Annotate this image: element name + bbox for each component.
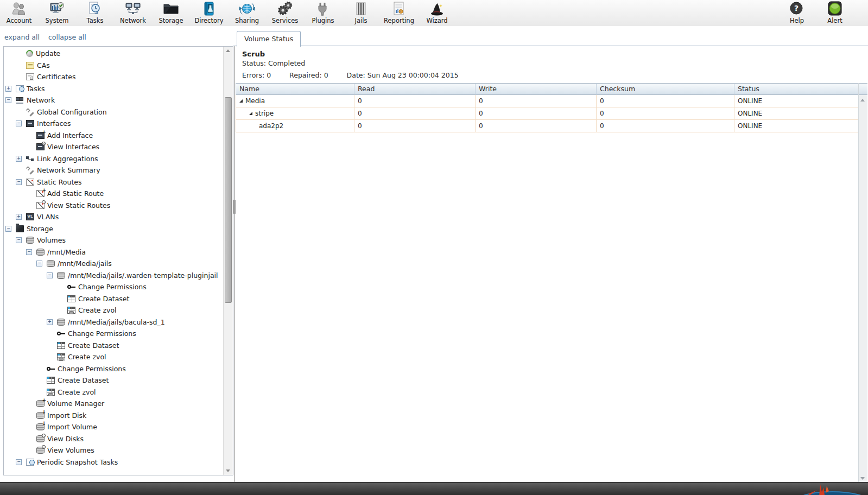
sidebar-item-add-static-route[interactable]: +Add Static Route: [4, 188, 233, 200]
sidebar-item-import-disk[interactable]: ↓Import Disk: [4, 410, 233, 422]
column-header-status[interactable]: Status: [734, 83, 859, 95]
sidebar-item-view-volumes[interactable]: View Volumes: [4, 445, 233, 456]
toolbar-item-network[interactable]: Network: [114, 0, 152, 24]
scroll-down-icon[interactable]: [226, 469, 230, 472]
collapse-icon[interactable]: −: [36, 261, 42, 266]
toolbar-item-help[interactable]: ?Help: [778, 0, 816, 24]
grid-scroll-up-icon[interactable]: [860, 99, 865, 101]
row-expander-icon[interactable]: [249, 112, 252, 115]
column-header-read[interactable]: Read: [354, 83, 476, 95]
expand-icon[interactable]: +: [5, 86, 11, 92]
sidebar-item-storage[interactable]: −Storage: [4, 223, 233, 235]
sidebar-item-change-permissions[interactable]: Change Permissions: [4, 328, 233, 340]
toolbar-item-sharing[interactable]: Sharing: [228, 0, 266, 24]
sidebar-item-interfaces[interactable]: −Interfaces: [4, 118, 233, 130]
expand-icon[interactable]: +: [47, 319, 53, 325]
sidebar-item-label: Change Permissions: [58, 365, 126, 373]
toolbar-item-wizard[interactable]: Wizard: [418, 0, 456, 24]
toolbar-item-jails[interactable]: Jails: [342, 0, 380, 24]
sidebar-item-periodic-snapshot-tasks[interactable]: −Periodic Snapshot Tasks: [4, 456, 233, 468]
sidebar-item-volumes[interactable]: −Volumes: [4, 234, 233, 246]
collapse-icon[interactable]: −: [26, 249, 32, 255]
sidebar-item-create-dataset[interactable]: Create Dataset: [4, 340, 233, 352]
volume-icon: [57, 272, 65, 279]
expando-spacer: [47, 342, 53, 348]
add-badge-icon: +: [42, 398, 46, 403]
toolbar-item-plugins[interactable]: Plugins: [304, 0, 342, 24]
sidebar-item-import-volume[interactable]: ↓Import Volume: [4, 421, 233, 433]
collapse-icon[interactable]: −: [16, 179, 22, 185]
toolbar-item-tasks[interactable]: Tasks: [76, 0, 114, 24]
expando-spacer: [36, 366, 42, 372]
scrub-repaired: Repaired: 0: [289, 71, 328, 79]
sidebar-item-create-dataset[interactable]: Create Dataset: [4, 375, 233, 386]
sidebar-item-update[interactable]: Update: [4, 48, 233, 60]
sidebar-item-create-zvol[interactable]: Create zvol: [4, 386, 233, 398]
scroll-up-icon[interactable]: [226, 49, 230, 52]
sidebar-item-mnt-media-jails-warden-template-pluginjail[interactable]: −/mnt/Media/jails/.warden-template-plugi…: [4, 270, 233, 282]
sidebar-item-create-dataset[interactable]: Create Dataset: [4, 293, 233, 305]
sidebar-item-view-interfaces[interactable]: View Interfaces: [4, 141, 233, 153]
sidebar-item-static-routes[interactable]: −Static Routes: [4, 176, 233, 188]
sidebar-item-volume-manager[interactable]: +Volume Manager: [4, 398, 233, 410]
grid-scrollbar[interactable]: [858, 83, 867, 483]
collapse-icon[interactable]: −: [16, 459, 22, 465]
sidebar-item-certificates[interactable]: Certificates: [4, 71, 233, 83]
volume-import-icon: ↓: [36, 412, 45, 419]
sidebar-item-global-configuration[interactable]: Global Configuration: [4, 106, 233, 118]
collapse-all-link[interactable]: collapse all: [48, 33, 86, 41]
sidebar-item-mnt-media-jails-bacula-sd-1[interactable]: +/mnt/Media/jails/bacula-sd_1: [4, 316, 233, 328]
sharing-icon: [239, 1, 255, 17]
sidebar-scrollbar[interactable]: [223, 47, 233, 475]
collapse-icon[interactable]: −: [16, 120, 22, 126]
account-icon: [11, 1, 27, 17]
expand-all-link[interactable]: expand all: [4, 33, 40, 41]
tab-volume-status[interactable]: Volume Status: [237, 31, 301, 47]
scrub-summary: Scrub Status: Completed Errors: 0 Repair…: [236, 46, 868, 79]
sidebar-item-mnt-media-jails[interactable]: −/mnt/Media/jails: [4, 258, 233, 270]
sidebar-item-create-zvol[interactable]: Create zvol: [4, 351, 233, 363]
sidebar-item-view-disks[interactable]: View Disks: [4, 433, 233, 445]
toolbar-item-account[interactable]: Account: [0, 0, 38, 24]
column-header-write[interactable]: Write: [476, 83, 597, 95]
zvol-icon: [67, 307, 75, 314]
toolbar-item-alert[interactable]: Alert: [816, 0, 854, 24]
panel-splitter[interactable]: [234, 46, 235, 482]
sidebar-item-change-permissions[interactable]: Change Permissions: [4, 281, 233, 293]
collapse-icon[interactable]: −: [5, 226, 11, 232]
expando-spacer: [26, 424, 32, 430]
collapse-icon[interactable]: −: [16, 237, 22, 243]
column-header-checksum[interactable]: Checksum: [597, 83, 734, 95]
interfaces-icon: [26, 120, 34, 127]
toolbar-item-storage[interactable]: Storage: [152, 0, 190, 24]
vlan-icon: [26, 213, 34, 220]
sidebar-item-create-zvol[interactable]: Create zvol: [4, 304, 233, 316]
toolbar-item-system[interactable]: System: [38, 0, 76, 24]
table-row[interactable]: ada2p2000ONLINE: [236, 120, 867, 132]
toolbar-item-services[interactable]: Services: [266, 0, 304, 24]
expand-icon[interactable]: +: [16, 214, 22, 220]
sidebar-item-change-permissions[interactable]: Change Permissions: [4, 363, 233, 375]
table-row[interactable]: Media000ONLINE: [236, 95, 867, 107]
scrollbar-thumb[interactable]: [225, 97, 232, 303]
sidebar-item-vlans[interactable]: +VLANs: [4, 211, 233, 223]
sidebar-item-network[interactable]: −Network: [4, 94, 233, 106]
table-row[interactable]: stripe000ONLINE: [236, 107, 867, 120]
toolbar-item-reporting[interactable]: Reporting: [380, 0, 418, 24]
collapse-icon[interactable]: −: [47, 272, 53, 278]
grid-scroll-down-icon[interactable]: [860, 477, 865, 480]
sidebar-item-mnt-media[interactable]: −/mnt/Media: [4, 246, 233, 258]
expand-icon[interactable]: +: [16, 156, 22, 162]
collapse-icon[interactable]: −: [5, 97, 11, 103]
toolbar-item-directory[interactable]: Directory: [190, 0, 228, 24]
sidebar-item-tasks[interactable]: +Tasks: [4, 83, 233, 95]
row-expander-icon[interactable]: [239, 99, 243, 103]
sidebar-item-network-summary[interactable]: Network Summary: [4, 164, 233, 176]
sidebar-item-cas[interactable]: CAs: [4, 60, 233, 72]
sidebar-item-label: Change Permissions: [68, 329, 136, 338]
sidebar-item-add-interface[interactable]: +Add Interface: [4, 130, 233, 142]
column-header-name[interactable]: Name: [236, 83, 354, 95]
sidebar-item-view-static-routes[interactable]: View Static Routes: [4, 200, 233, 212]
sidebar-item-link-aggregations[interactable]: +Link Aggregations: [4, 153, 233, 165]
expando-spacer: [26, 202, 32, 208]
